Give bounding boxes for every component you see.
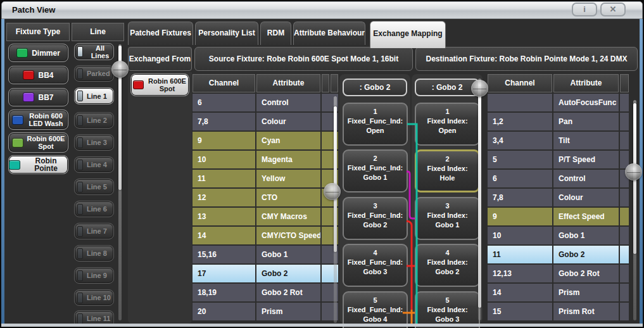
line-label: Line 2 (87, 117, 107, 124)
attribute-cell: Colour (553, 189, 619, 206)
attribute-cell: Gobo 2 Rot (256, 284, 320, 301)
dest-functions-header[interactable]: : Gobo 2 (415, 79, 479, 96)
tab-attribute-behaviour[interactable]: Attribute Behaviour (293, 22, 365, 45)
line-label: Line 8 (87, 249, 107, 257)
function-number: 5 (344, 296, 407, 305)
dest-table-row[interactable]: 3,4 Tilt (488, 132, 629, 149)
line-indicator (77, 182, 83, 192)
source-table-row[interactable]: 18,19 Gobo 2 Rot (193, 284, 338, 301)
patch-view-window: Patch View i ✕ Fixture Type Line Dimmer … (0, 0, 644, 328)
fixture-type-bb4[interactable]: BB4 (8, 66, 68, 84)
line-6[interactable]: Line 6 (74, 201, 114, 217)
function-number: 1 (344, 107, 407, 117)
dest-table-row[interactable]: 7,8 Colour (488, 189, 629, 206)
tab-exchange-mapping[interactable]: Exchange Mapping (370, 21, 446, 48)
close-button[interactable]: ✕ (600, 3, 626, 16)
source-table-row-selected[interactable]: 17 Gobo 2 (193, 265, 338, 282)
source-functions-header[interactable]: : Gobo 2 (343, 79, 407, 96)
channel-cell: 13 (193, 208, 255, 225)
dest-table-row[interactable]: 12,13 Gobo 2 Rot (488, 265, 629, 282)
source-channel-header: Channel (193, 74, 255, 92)
source-table-row[interactable]: 11 Yellow (193, 170, 338, 187)
line-3[interactable]: Line 3 (74, 134, 114, 151)
info-button[interactable]: i (572, 3, 597, 16)
attribute-cell: Control (553, 170, 619, 187)
line-4[interactable]: Line 4 (74, 156, 114, 173)
function-label: Fixed_Func_Ind: (344, 258, 407, 267)
function-value: Hole (417, 173, 478, 183)
source-fixture-header: Source Fixture: Robe Robin 600E Spot Mod… (194, 47, 413, 71)
source-table-row[interactable]: 20 Prism (193, 303, 338, 320)
source-function-item[interactable]: 3 Fixed_Func_Ind: Gobo 2 (343, 197, 408, 240)
attribute-cell: Gobo 1 (553, 227, 619, 244)
dest-functions-scrollbar-handle[interactable] (471, 80, 488, 97)
dest-function-item[interactable]: 4 Fixed Index: Gobo 2 (415, 244, 480, 287)
line-label: Line 11 (87, 315, 110, 322)
extra-cell (620, 94, 629, 111)
dest-table-row[interactable]: 1,2 Pan (488, 113, 629, 130)
dest-function-item[interactable]: 5 Fixed Index: Gobo 3 (415, 291, 480, 328)
function-label: Fixed_Func_Ind: (344, 211, 407, 220)
source-function-item[interactable]: 5 Fixed_Func_Ind: Gobo 4 (343, 291, 408, 328)
tab-rdm[interactable]: RDM (260, 22, 291, 45)
source-table-row[interactable]: 6 Control (193, 94, 338, 111)
line-7[interactable]: Line 7 (74, 223, 114, 239)
line-2[interactable]: Line 2 (74, 112, 114, 129)
function-label: Fixed Index: (416, 211, 479, 220)
source-function-item[interactable]: 1 Fixed_Func_Ind: Open (343, 103, 408, 146)
dest-function-item[interactable]: 3 Fixed Index: Gobo 1 (415, 197, 480, 240)
dest-table-row[interactable]: AutoFocusFunc (488, 94, 629, 111)
line-all-lines[interactable]: All Lines (74, 43, 114, 60)
channel-cell: 14 (488, 284, 552, 301)
line-5[interactable]: Line 5 (74, 179, 114, 195)
dest-scrollbar-handle[interactable] (625, 163, 642, 180)
attribute-cell: Cyan (256, 132, 320, 149)
dest-table-row[interactable]: 15 Prism Rot (488, 303, 629, 320)
source-table-row[interactable]: 15,16 Gobo 1 (193, 246, 338, 263)
tab-personality-list[interactable]: Personality List (195, 22, 258, 45)
line-8[interactable]: Line 8 (74, 245, 114, 262)
line-indicator (77, 313, 83, 324)
dest-table-row[interactable]: 5 P/T Speed (488, 151, 629, 168)
fixture-type-robin-600-led-wash[interactable]: Robin 600 LED Wash (8, 110, 68, 130)
line-parked[interactable]: Parked (74, 65, 114, 82)
fixture-type-bb7[interactable]: BB7 (8, 88, 68, 106)
exchanged-from-panel (128, 72, 192, 324)
source-table-row[interactable]: 12 CTO (193, 189, 338, 206)
function-value: Gobo 1 (344, 173, 407, 182)
dest-table-row[interactable]: 9 Effect Speed (488, 208, 629, 225)
source-table-row[interactable]: 10 Magenta (193, 151, 338, 168)
title-bar[interactable]: Patch View (1, 1, 643, 19)
fixture-label: BB4 (38, 71, 53, 80)
dest-function-item-highlighted[interactable]: 2 Fixed Index: Hole (415, 149, 480, 192)
source-table-row[interactable]: 14 CMY/CTO Speed (193, 227, 338, 244)
dest-table-row-selected[interactable]: 11 Gobo 2 (488, 246, 629, 263)
source-table-row[interactable]: 7,8 Colour (193, 113, 338, 130)
tab-patched-fixtures[interactable]: Patched Fixtures (128, 22, 193, 45)
fixture-type-robin-600e-spot[interactable]: Robin 600E Spot (8, 132, 68, 153)
fixture-type-dimmer[interactable]: Dimmer (8, 44, 68, 62)
channel-cell: 6 (193, 94, 255, 111)
source-scrollbar-handle[interactable] (324, 183, 341, 200)
fixture-type-robin-pointe[interactable]: Robin Pointe (8, 155, 68, 174)
source-table-row[interactable]: 9 Cyan (193, 132, 338, 149)
fixture-color-swatch (133, 80, 144, 89)
source-table-row[interactable]: 13 CMY Macros (193, 208, 338, 225)
dest-table-row[interactable]: 6 Control (488, 170, 629, 187)
line-scrollbar-handle[interactable] (111, 61, 129, 78)
source-function-item[interactable]: 2 Fixed_Func_Ind: Gobo 1 (343, 149, 408, 192)
attribute-cell: Gobo 1 (256, 246, 320, 263)
function-value: Gobo 2 (416, 267, 479, 277)
dest-table-row[interactable]: 14 Prism (488, 284, 629, 301)
line-1[interactable]: Line 1 (74, 87, 114, 104)
source-scrollbar-thumb[interactable] (334, 106, 337, 252)
function-label: Fixed Index: (416, 305, 479, 315)
line-9[interactable]: Line 9 (74, 267, 114, 284)
source-function-item[interactable]: 4 Fixed_Func_Ind: Gobo 3 (343, 244, 408, 287)
exchanged-from-robin-600e-spot[interactable]: Robin 600E Spot (130, 73, 189, 96)
line-10[interactable]: Line 10 (74, 289, 114, 306)
line-indicator (77, 160, 83, 170)
dest-table-row[interactable]: 10 Gobo 1 (488, 227, 629, 244)
dest-function-item[interactable]: 1 Fixed Index: Open (415, 103, 480, 146)
dest-functions-scrollbar-thumb[interactable] (478, 80, 481, 308)
